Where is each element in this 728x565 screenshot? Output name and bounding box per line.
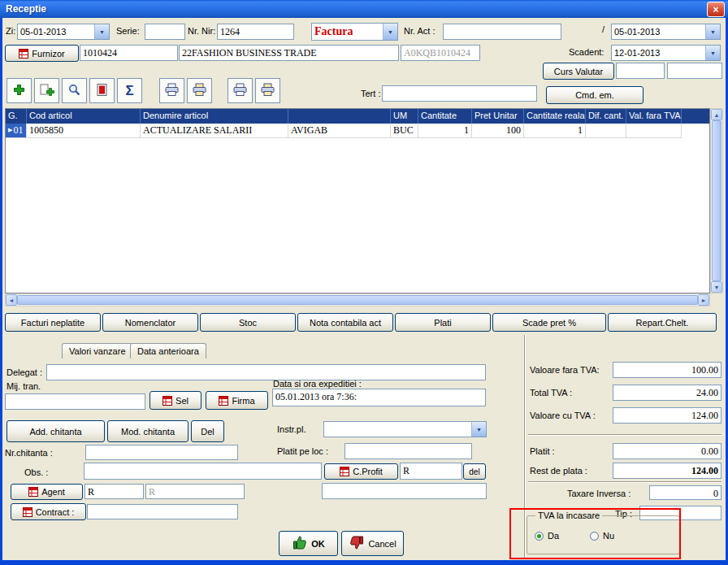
grid-col-val: Val. fara TVA bbox=[626, 109, 682, 124]
delegat-input[interactable] bbox=[46, 364, 486, 380]
scade-pret-button[interactable]: Scade pret % bbox=[492, 313, 606, 332]
platit-value: 0.00 bbox=[613, 443, 722, 459]
vertical-scroll-thumb[interactable] bbox=[712, 120, 722, 281]
taxare-inversa-input[interactable]: 0 bbox=[649, 485, 722, 500]
totals-divider-1 bbox=[528, 434, 722, 436]
instr-pl-value bbox=[324, 428, 471, 430]
curs-valutar-button[interactable]: Curs Valutar bbox=[543, 63, 614, 80]
repart-chelt-button[interactable]: Repart.Chelt. bbox=[608, 313, 717, 332]
plus-icon bbox=[12, 83, 26, 98]
scroll-down-icon[interactable]: ▼ bbox=[711, 281, 722, 293]
nr-chitanta-input[interactable] bbox=[85, 445, 238, 460]
grid-row[interactable]: ▶ 01 1005850 ACTUALIZARE SALARII AVIGAB … bbox=[6, 124, 709, 138]
chevron-down-icon[interactable]: ▼ bbox=[471, 422, 486, 437]
curs-input-2[interactable] bbox=[667, 63, 722, 79]
grid-cell-cantitate[interactable]: 1 bbox=[418, 124, 472, 138]
mod-chitanta-button[interactable]: Mod. chitanta bbox=[107, 420, 188, 442]
print-2-button[interactable] bbox=[255, 78, 280, 103]
ok-button-label: OK bbox=[311, 539, 325, 549]
horizontal-scroll-track[interactable] bbox=[17, 294, 698, 306]
doc-date-value: 05-01-2013 bbox=[612, 26, 705, 37]
nr-act-input[interactable] bbox=[443, 24, 561, 40]
obs-input[interactable] bbox=[84, 463, 322, 480]
print-preview-2-button[interactable] bbox=[228, 78, 253, 103]
vertical-scrollbar[interactable]: ▲ ▼ bbox=[710, 108, 723, 293]
zi-date-select[interactable]: 05-01-2013 ▼ bbox=[17, 24, 110, 40]
cmd-em-button[interactable]: Cmd. em. bbox=[546, 86, 644, 104]
facturi-neplatite-button[interactable]: Facturi neplatite bbox=[5, 313, 101, 332]
nomenclator-button[interactable]: Nomenclator bbox=[102, 313, 198, 332]
grid-cell-extra[interactable]: AVIGAB bbox=[288, 124, 391, 138]
grid-cell-cod[interactable]: 1005850 bbox=[27, 124, 141, 138]
platit-pe-loc-input[interactable] bbox=[344, 443, 472, 459]
agent-extra-input[interactable] bbox=[322, 483, 487, 499]
cancel-button[interactable]: Cancel bbox=[341, 531, 404, 556]
window-border-left bbox=[0, 18, 2, 565]
grid-cell-cant-reala[interactable]: 1 bbox=[524, 124, 586, 138]
chevron-down-icon[interactable]: ▼ bbox=[383, 24, 397, 40]
nr-nir-input[interactable]: 1264 bbox=[217, 24, 294, 40]
tab-valori-vanzare[interactable]: Valori vanzare bbox=[62, 343, 133, 359]
data-expeditiei-input[interactable]: 05.01.2013 ora 7:36: bbox=[272, 389, 486, 406]
chevron-down-icon[interactable]: ▼ bbox=[705, 46, 720, 60]
furnizor-button[interactable]: Furnizor bbox=[5, 45, 79, 62]
chevron-down-icon[interactable]: ▼ bbox=[94, 24, 109, 39]
title-bar: Receptie bbox=[0, 0, 728, 18]
c-profit-button-label: C.Profit bbox=[353, 467, 383, 476]
grid-cell-selector[interactable]: ▶ 01 bbox=[6, 124, 27, 138]
scroll-up-icon[interactable]: ▲ bbox=[711, 109, 722, 120]
instr-pl-label: Instr.pl. bbox=[277, 424, 306, 434]
doc-date-select[interactable]: 05-01-2013 ▼ bbox=[611, 24, 721, 40]
chevron-down-icon[interactable]: ▼ bbox=[705, 24, 720, 39]
print-preview-button[interactable] bbox=[159, 78, 184, 103]
grid-cell-val[interactable] bbox=[626, 124, 682, 138]
agent-input[interactable]: R bbox=[84, 484, 144, 499]
firma-button[interactable]: Firma bbox=[206, 391, 268, 410]
mij-tran-input[interactable] bbox=[5, 393, 145, 410]
scroll-right-icon[interactable]: ► bbox=[698, 294, 709, 306]
scadent-date-select[interactable]: 12-01-2013 ▼ bbox=[611, 45, 721, 61]
printer-icon bbox=[232, 83, 248, 98]
grid-col-cant-reala: Cantitate reala bbox=[524, 109, 586, 124]
add-chitanta-button[interactable]: Add. chitanta bbox=[6, 420, 105, 442]
instr-pl-select[interactable]: ▼ bbox=[323, 421, 487, 437]
grid-col-g: G. bbox=[6, 109, 27, 124]
sel-button[interactable]: Sel bbox=[150, 391, 202, 410]
grid-cell-dif[interactable] bbox=[586, 124, 626, 138]
curs-input-1[interactable] bbox=[616, 63, 665, 79]
insert-row-button[interactable] bbox=[34, 78, 59, 103]
horizontal-scrollbar[interactable]: ◄ ► bbox=[5, 293, 710, 306]
c-profit-input[interactable]: R bbox=[400, 463, 462, 480]
horizontal-scroll-thumb[interactable] bbox=[17, 295, 698, 305]
furnizor-name-input[interactable]: 22FASHION BUSINESS TRADE bbox=[179, 45, 399, 61]
grid-cell-pret[interactable]: 100 bbox=[472, 124, 524, 138]
rest-de-plata-label: Rest de plata : bbox=[530, 466, 587, 476]
tab-data-anterioara[interactable]: Data anterioara bbox=[130, 343, 206, 359]
slash-label: / bbox=[602, 24, 604, 34]
vertical-scroll-track[interactable] bbox=[711, 120, 722, 281]
del-small-button[interactable]: del bbox=[463, 463, 486, 480]
print-button[interactable] bbox=[187, 78, 212, 103]
nota-contabila-button[interactable]: Nota contabila act bbox=[297, 313, 393, 332]
delete-doc-button[interactable] bbox=[89, 78, 115, 103]
c-profit-button[interactable]: C.Profit bbox=[324, 463, 398, 480]
furnizor-code-input[interactable]: 1010424 bbox=[80, 45, 178, 61]
close-button[interactable]: × bbox=[707, 2, 725, 17]
serie-input[interactable] bbox=[145, 24, 185, 40]
contract-input[interactable] bbox=[87, 504, 238, 519]
del-chitanta-button[interactable]: Del bbox=[191, 420, 224, 442]
stoc-button[interactable]: Stoc bbox=[200, 313, 296, 332]
contract-button[interactable]: Contract : bbox=[11, 503, 86, 520]
tert-input[interactable] bbox=[382, 85, 537, 102]
ok-button[interactable]: OK bbox=[279, 531, 338, 556]
scroll-left-icon[interactable]: ◄ bbox=[6, 294, 17, 306]
grid-col-extra bbox=[288, 109, 391, 124]
grid-cell-denumire[interactable]: ACTUALIZARE SALARII bbox=[141, 124, 288, 138]
sum-button[interactable]: Σ bbox=[117, 78, 142, 103]
plati-button[interactable]: Plati bbox=[395, 313, 491, 332]
doc-type-select[interactable]: Factura ▼ bbox=[311, 23, 398, 41]
agent-button[interactable]: Agent bbox=[11, 484, 83, 500]
grid-cell-um[interactable]: BUC bbox=[391, 124, 418, 138]
search-button[interactable] bbox=[62, 78, 87, 103]
add-row-button[interactable] bbox=[6, 78, 32, 103]
